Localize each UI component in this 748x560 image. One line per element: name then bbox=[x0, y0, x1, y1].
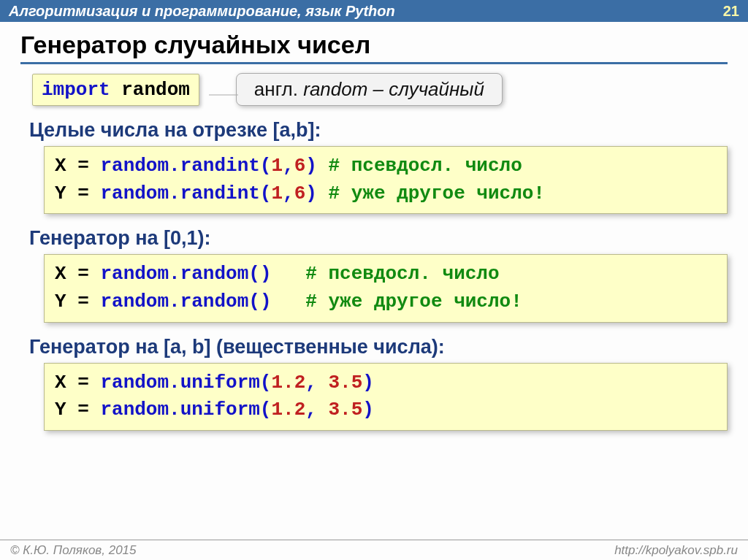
course-title: Алгоритмизация и программирование, язык … bbox=[9, 3, 395, 20]
eq: = bbox=[66, 291, 101, 312]
keyword-import: import bbox=[42, 79, 110, 101]
section1-head: Целые числа на отрезке [a,b]: bbox=[29, 119, 728, 142]
var: Y bbox=[55, 183, 66, 204]
translation-callout: англ. random – случайный bbox=[236, 73, 503, 106]
pad bbox=[271, 263, 305, 285]
open: ( bbox=[260, 155, 272, 177]
slide-header: Алгоритмизация и программирование, язык … bbox=[0, 0, 748, 22]
comma: , bbox=[305, 372, 328, 394]
close: ) bbox=[260, 263, 272, 285]
open: ( bbox=[248, 291, 260, 312]
var: Y bbox=[55, 399, 66, 421]
close: ) bbox=[260, 291, 272, 312]
eq: = bbox=[66, 183, 101, 204]
callout-suffix: – случайный bbox=[367, 78, 484, 100]
open: ( bbox=[248, 263, 260, 285]
eq: = bbox=[66, 155, 101, 177]
call: random.random bbox=[100, 291, 248, 312]
comment: # уже другое число! bbox=[329, 183, 545, 204]
arg-a: 1.2 bbox=[271, 399, 305, 421]
var: X bbox=[55, 372, 66, 394]
call: random.randint bbox=[100, 155, 259, 177]
arg-b: 3.5 bbox=[329, 372, 363, 394]
slide-title: Генератор случайных чисел bbox=[20, 31, 728, 64]
copyright: © К.Ю. Поляков, 2015 bbox=[10, 543, 137, 558]
close: ) bbox=[305, 183, 317, 204]
comment: # уже другое число! bbox=[305, 291, 522, 312]
section2-code: X = random.random() # псевдосл. число Y … bbox=[44, 254, 728, 322]
open: ( bbox=[260, 399, 272, 421]
var: X bbox=[55, 155, 66, 177]
call: random.uniform bbox=[100, 372, 259, 394]
comma: , bbox=[283, 155, 294, 177]
arg-b: 3.5 bbox=[329, 399, 363, 421]
pad bbox=[271, 291, 305, 312]
section3-head: Генератор на [a, b] (вещественные числа)… bbox=[29, 336, 728, 358]
var: X bbox=[55, 263, 66, 285]
arg-b: 6 bbox=[294, 155, 306, 177]
call: random.randint bbox=[100, 183, 259, 204]
eq: = bbox=[66, 399, 101, 421]
var: Y bbox=[55, 291, 66, 312]
import-code: import random bbox=[32, 74, 199, 106]
pad bbox=[317, 155, 329, 177]
module-name: random bbox=[121, 79, 190, 101]
eq: = bbox=[66, 263, 101, 285]
pad bbox=[317, 183, 329, 204]
call: random.random bbox=[100, 263, 248, 285]
space bbox=[110, 79, 122, 101]
callout-word: random bbox=[303, 78, 367, 100]
arg-a: 1 bbox=[271, 155, 283, 177]
section2-head: Генератор на [0,1): bbox=[29, 227, 728, 250]
call: random.uniform bbox=[100, 399, 259, 421]
arg-a: 1 bbox=[271, 183, 283, 204]
section3-code: X = random.uniform(1.2, 3.5) Y = random.… bbox=[44, 363, 728, 431]
arg-b: 6 bbox=[294, 183, 306, 204]
comment: # псевдосл. число bbox=[329, 155, 522, 177]
arg-a: 1.2 bbox=[271, 372, 305, 394]
slide-footer: © К.Ю. Поляков, 2015 http://kpolyakov.sp… bbox=[0, 540, 748, 560]
comma: , bbox=[305, 399, 328, 421]
section1-code: X = random.randint(1,6) # псевдосл. числ… bbox=[44, 146, 728, 214]
callout-prefix: англ. bbox=[254, 78, 303, 100]
comment: # псевдосл. число bbox=[305, 263, 499, 285]
close: ) bbox=[305, 155, 317, 177]
page-number: 21 bbox=[723, 3, 739, 20]
footer-url: http://kpolyakov.spb.ru bbox=[614, 543, 738, 558]
eq: = bbox=[66, 372, 101, 394]
import-row: import random англ. random – случайный bbox=[32, 73, 728, 106]
open: ( bbox=[260, 372, 272, 394]
comma: , bbox=[283, 183, 294, 204]
open: ( bbox=[260, 183, 272, 204]
close: ) bbox=[362, 372, 374, 394]
close: ) bbox=[362, 399, 374, 421]
